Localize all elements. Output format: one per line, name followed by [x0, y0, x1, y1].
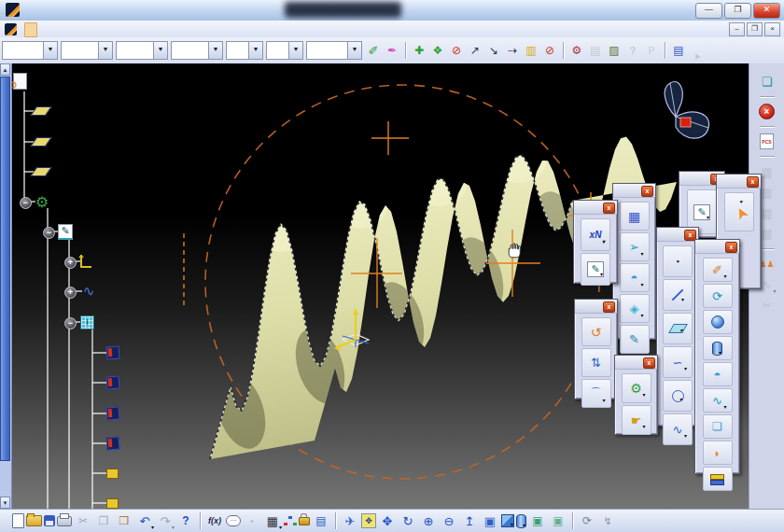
tree-expander-collapse[interactable]: −: [64, 317, 77, 329]
lock-icon[interactable]: [299, 517, 310, 525]
swept-surface-button[interactable]: ∿▾: [703, 388, 733, 413]
shell-surface-icon[interactable]: ◗: [708, 444, 727, 461]
floating-toolbar-r[interactable]: xxN▾✎▾: [573, 200, 618, 284]
tree-node-offset-101[interactable]: [106, 464, 132, 483]
cylinder-icon[interactable]: ▾: [712, 342, 722, 356]
menu-item-start[interactable]: [24, 22, 37, 37]
combo-dropdown-button[interactable]: ▼: [248, 42, 262, 59]
toolbar-close-button[interactable]: x: [725, 242, 737, 253]
snap-point-icon[interactable]: ↗: [466, 42, 484, 59]
toolbar-title-bar[interactable]: x: [575, 300, 617, 314]
sphere-icon[interactable]: [711, 315, 724, 329]
floating-toolbar-in[interactable]: x⚙▾☛▾: [614, 355, 658, 435]
swept-surface-icon[interactable]: ∿▾: [708, 392, 727, 409]
fit-all-icon[interactable]: ✥: [361, 513, 376, 528]
redo-icon[interactable]: ↷▾: [156, 512, 175, 529]
circle-icon[interactable]: ▾: [672, 390, 684, 402]
lightning-icon[interactable]: ↯: [598, 512, 617, 529]
iso-view-icon[interactable]: ▾: [501, 514, 514, 527]
multi-view-icon[interactable]: ▣: [481, 512, 499, 529]
dropdown-arrow-icon[interactable]: ▾: [723, 403, 726, 410]
form-edit-icon[interactable]: ▤: [669, 42, 688, 59]
toolbar-title-bar[interactable]: x: [657, 228, 698, 242]
gears-green-icon[interactable]: ⚙▾: [627, 380, 646, 397]
knowledge-fx-icon[interactable]: f(x): [205, 512, 224, 529]
translate-surface-icon[interactable]: ⇅: [587, 355, 606, 371]
tree-node-coincidence-100[interactable]: [106, 434, 133, 453]
tree-expander-expand[interactable]: +: [64, 287, 77, 299]
dropdown-arrow-icon[interactable]: ▾: [511, 521, 513, 527]
fold-surface-icon[interactable]: ◈▾: [625, 301, 644, 317]
sketch-transfer-button[interactable]: ✎▾: [581, 253, 610, 286]
fill-surface-icon[interactable]: ❏: [708, 418, 727, 435]
tree-node-sketch-1[interactable]: ✎: [58, 222, 86, 241]
pan-icon[interactable]: ✥: [378, 512, 397, 529]
snap-translate-icon[interactable]: ✚: [410, 42, 428, 59]
undo-icon[interactable]: ↶▾: [135, 512, 154, 529]
minimize-button[interactable]: —: [695, 3, 722, 19]
select-gray-icon[interactable]: ➤: [685, 38, 708, 63]
child-close-button[interactable]: ×: [764, 22, 780, 36]
revolve-surface-icon[interactable]: ⟳: [708, 287, 727, 304]
child-restore-button[interactable]: ❐: [747, 22, 763, 36]
floating-toolbar-o[interactable]: x▦➢▾◓▾◈▾✎: [612, 183, 656, 340]
print-icon[interactable]: [57, 516, 72, 526]
tree-node-coincidence-98[interactable]: [106, 373, 133, 392]
tree-node-coincidence-97[interactable]: [106, 343, 133, 362]
snap-rotate-icon[interactable]: ❖: [428, 42, 447, 59]
positioned-sketch-button[interactable]: ✐▾: [703, 258, 733, 282]
tree-expander-collapse[interactable]: −: [43, 227, 55, 239]
new-file-icon[interactable]: [12, 513, 24, 528]
combo-dropdown-button[interactable]: ▼: [98, 42, 112, 59]
menu-item-insert[interactable]: [108, 22, 121, 37]
dropdown-arrow-icon[interactable]: ▾: [642, 391, 645, 398]
menu-item-tools[interactable]: [125, 22, 138, 37]
menu-item-window[interactable]: [142, 22, 155, 37]
arc-curve-icon[interactable]: ⌒▾: [587, 385, 606, 402]
tree-expander-expand[interactable]: +: [64, 257, 77, 269]
menu-item-view[interactable]: [91, 22, 105, 37]
dropdown-arrow-icon[interactable]: ▾: [679, 327, 685, 333]
toolbar-close-button[interactable]: x: [603, 203, 615, 214]
catalog-image-icon[interactable]: ▨: [605, 42, 623, 59]
dropdown-arrow-icon[interactable]: ▾: [679, 396, 682, 402]
scroll-down-arrow[interactable]: ▼: [0, 497, 10, 509]
revolve-surface-button[interactable]: ⟳: [703, 284, 733, 308]
floating-toolbar-w[interactable]: x▪▾▾∽▾▾∿▾: [656, 227, 699, 427]
help-cursor-icon[interactable]: ?: [623, 42, 642, 59]
form-gray-icon[interactable]: ▤: [586, 42, 605, 59]
dropdown-arrow-icon[interactable]: ▾: [151, 524, 154, 530]
gray-dot-icon[interactable]: •: [243, 512, 261, 529]
toolbar-title-bar[interactable]: x: [615, 356, 657, 370]
combo-dropdown-button[interactable]: ▼: [43, 42, 57, 59]
fold-surface-button[interactable]: ◈▾: [620, 294, 650, 323]
compass-handle[interactable]: [680, 118, 691, 127]
offset-stack-button[interactable]: [703, 467, 733, 491]
calculator-icon[interactable]: ▦▾: [263, 512, 282, 529]
copy-icon[interactable]: ❐: [94, 512, 113, 529]
fill-surface-button[interactable]: ❏: [703, 414, 733, 439]
dome-sphere-icon[interactable]: ◓: [708, 366, 727, 383]
tree-node-constraints[interactable]: I: [80, 313, 107, 331]
project-arrow-button[interactable]: ➢▾: [620, 232, 650, 261]
dropdown-arrow-icon[interactable]: ▾: [600, 271, 603, 277]
sphere-button[interactable]: [703, 310, 733, 334]
cone-disable-icon[interactable]: ⊘: [447, 42, 466, 59]
menu-item-enovia-v5-vpm[interactable]: [41, 22, 54, 37]
line-icon[interactable]: ▾: [671, 288, 684, 301]
toolbar-title-bar[interactable]: x: [717, 175, 761, 189]
dropdown-arrow-icon[interactable]: ▾: [707, 214, 709, 220]
dropdown-arrow-icon[interactable]: ▾: [684, 365, 687, 371]
combo-dropdown-button[interactable]: ▼: [153, 42, 167, 59]
point-button[interactable]: ▪: [663, 245, 693, 277]
p-frame-icon[interactable]: P: [642, 42, 661, 59]
dropdown-arrow-icon[interactable]: ▾: [773, 287, 776, 294]
rotate-icon[interactable]: ↻: [399, 512, 417, 529]
dome-surface-button[interactable]: ◓▾: [620, 263, 650, 292]
zoom-in-icon[interactable]: ⊕: [419, 512, 438, 529]
repeat-xn-button[interactable]: xN▾: [581, 218, 610, 251]
project-arrow-icon[interactable]: ➢▾: [625, 239, 644, 256]
floating-toolbar-d[interactable]: x↺⇅⌒▾: [574, 299, 618, 399]
whats-this-icon[interactable]: ?: [176, 512, 195, 529]
snap-line-icon[interactable]: ↘: [484, 42, 503, 59]
